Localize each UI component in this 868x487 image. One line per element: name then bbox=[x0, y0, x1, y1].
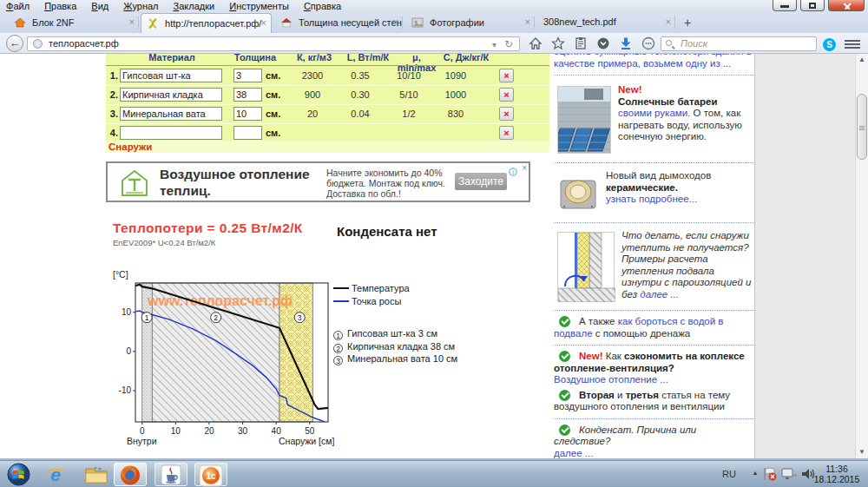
thickness-input-3[interactable] bbox=[233, 107, 262, 121]
pocket-icon[interactable] bbox=[595, 36, 611, 52]
maximize-button[interactable] bbox=[800, 0, 825, 11]
material-name-input-3[interactable] bbox=[120, 107, 222, 121]
chimney-image[interactable] bbox=[557, 172, 599, 214]
material-name-input-4[interactable] bbox=[120, 126, 222, 140]
svg-text:1с: 1с bbox=[206, 471, 216, 481]
material-name-input-1[interactable] bbox=[120, 69, 222, 82]
home-icon[interactable] bbox=[528, 36, 543, 52]
sidebar-item-basement[interactable]: Что делать, если снаружи утеплить не пол… bbox=[554, 228, 754, 305]
material-name-input-2[interactable] bbox=[120, 88, 222, 102]
sidebar-intro-link[interactable]: оценить суммарные теплопотери здания в к… bbox=[554, 54, 754, 69]
skype-icon[interactable]: S bbox=[822, 37, 837, 56]
delete-row-button[interactable]: × bbox=[499, 69, 514, 82]
svg-text:S: S bbox=[826, 40, 832, 49]
menu-bookmarks[interactable]: Закладки bbox=[168, 0, 221, 12]
thickness-input-1[interactable] bbox=[233, 69, 262, 82]
new-badge: New! bbox=[579, 351, 602, 361]
tab-teploraschet[interactable]: http://теплорасчет.рф/ × bbox=[141, 13, 272, 33]
taskbar-firefox-button[interactable] bbox=[114, 463, 147, 486]
tab-close-icon[interactable]: × bbox=[666, 16, 671, 28]
third-article-link[interactable]: третья bbox=[626, 390, 659, 400]
tab-close-icon[interactable]: × bbox=[393, 16, 398, 28]
menu-help[interactable]: Справка bbox=[298, 0, 347, 12]
svg-text:0: 0 bbox=[126, 346, 131, 356]
reload-icon[interactable]: ↻ bbox=[504, 38, 513, 51]
menu-view[interactable]: Вид bbox=[85, 0, 115, 12]
tab-close-icon[interactable]: × bbox=[261, 17, 266, 29]
density-value: 20 bbox=[287, 109, 338, 119]
delete-row-button[interactable]: × bbox=[499, 88, 514, 102]
solar-link[interactable]: своими руками. bbox=[618, 108, 690, 118]
tab-close-icon[interactable]: × bbox=[129, 16, 135, 28]
sidebar-item-chimney[interactable]: Новый вид дымоходов керамические. узнать… bbox=[554, 168, 754, 217]
download-icon[interactable] bbox=[618, 36, 634, 52]
solar-panel-image[interactable] bbox=[557, 86, 611, 154]
menu-history[interactable]: Журнал bbox=[117, 0, 164, 12]
adchoices-icon[interactable]: i bbox=[509, 164, 517, 180]
tab-photos[interactable]: Фотографии × bbox=[406, 13, 535, 33]
basement-diagram-image[interactable] bbox=[557, 232, 615, 301]
sidebar-check-drainage[interactable]: А также как бороться с водой в подвале с… bbox=[554, 316, 754, 339]
ad-close-icon[interactable]: × bbox=[522, 163, 527, 173]
tab-blok2nf[interactable]: Блок 2NF × bbox=[9, 13, 139, 33]
tab-close-icon[interactable]: × bbox=[525, 16, 530, 28]
tray-expand-icon[interactable]: ▴ bbox=[753, 469, 757, 477]
window-controls bbox=[772, 0, 865, 12]
condensate-more-link[interactable]: далее ... bbox=[554, 448, 593, 458]
taskbar-java-button[interactable] bbox=[155, 463, 187, 486]
delete-row-button[interactable]: × bbox=[499, 107, 514, 121]
url-bar[interactable]: теплорасчет.рф ▾ ↻ bbox=[27, 36, 520, 51]
url-dropdown-icon[interactable]: ▾ bbox=[492, 38, 496, 51]
basement-link[interactable]: далее ... bbox=[640, 289, 679, 299]
temperature-line-swatch bbox=[333, 287, 349, 289]
sidebar-check-condensate[interactable]: Конденсат. Причина или следствие? далее … bbox=[554, 424, 754, 459]
delete-row-button[interactable]: × bbox=[499, 126, 514, 140]
minimize-button[interactable] bbox=[773, 0, 797, 11]
taskbar-1c-button[interactable]: 1с bbox=[194, 463, 227, 486]
network-icon[interactable] bbox=[781, 468, 797, 483]
new-tab-button[interactable]: + bbox=[679, 16, 696, 30]
svg-text:50: 50 bbox=[305, 426, 315, 436]
sidebar-item-solar[interactable]: New! Солнечные батареи своими руками. О … bbox=[554, 81, 754, 157]
ad-visit-button[interactable]: Заходите bbox=[455, 173, 507, 190]
thickness-input-4[interactable] bbox=[233, 126, 262, 140]
second-article-link[interactable]: Вторая bbox=[579, 390, 615, 400]
ad-banner[interactable]: Воздушное отопление теплиц. Начните экон… bbox=[106, 161, 530, 202]
bookmarks-panel-icon[interactable] bbox=[573, 36, 589, 52]
chat-icon[interactable] bbox=[641, 36, 656, 52]
start-button[interactable] bbox=[7, 463, 30, 487]
screen: Файл Правка Вид Журнал Закладки Инструме… bbox=[0, 0, 868, 487]
action-center-flag-icon[interactable] bbox=[762, 467, 778, 483]
density-value: 2300 bbox=[287, 70, 338, 81]
chimney-link[interactable]: узнать подробнее... bbox=[606, 194, 697, 204]
svg-text:3: 3 bbox=[298, 313, 302, 322]
menu-edit[interactable]: Правка bbox=[38, 0, 82, 12]
scrollbar-thumb[interactable] bbox=[857, 94, 867, 160]
menu-hamburger-icon[interactable] bbox=[845, 38, 860, 50]
thickness-input-2[interactable] bbox=[233, 88, 262, 102]
taskbar-ie-icon[interactable]: e bbox=[45, 464, 66, 487]
sidebar-check-economy[interactable]: New! Как сэкономить на коплексе отоплени… bbox=[554, 351, 754, 386]
material-row-1: 1. см. 2300 0.35 10/10 1090 × bbox=[106, 67, 549, 86]
norm-reference: EnEV2009* U<0,24 Вт/м2/К bbox=[113, 238, 215, 247]
vertical-scrollbar[interactable]: ▲ ▼ bbox=[855, 54, 868, 458]
tab-pdf[interactable]: 308new_tech.pdf × bbox=[538, 13, 675, 33]
scroll-down-icon[interactable]: ▼ bbox=[856, 446, 868, 458]
air-heating-link[interactable]: Воздушное отопление ... bbox=[554, 374, 668, 385]
language-indicator[interactable]: RU bbox=[722, 469, 736, 479]
legend-layer-2: 2Кирпичная кладка 38 см bbox=[333, 340, 485, 353]
sidebar-check-articles[interactable]: Вторая и третья статья на тему воздушног… bbox=[554, 390, 754, 413]
new-badge: New! bbox=[618, 84, 641, 95]
back-button[interactable]: ← bbox=[6, 35, 23, 52]
clock[interactable]: 11:36 18.12.2015 bbox=[808, 464, 865, 484]
scroll-up-icon[interactable]: ▲ bbox=[856, 54, 868, 66]
bookmark-star-icon[interactable] bbox=[550, 36, 566, 52]
search-input[interactable]: Поиск bbox=[661, 36, 817, 51]
col-header-density: К, кг/м3 bbox=[291, 52, 338, 63]
menu-file[interactable]: Файл bbox=[0, 0, 36, 12]
close-button[interactable] bbox=[828, 0, 865, 11]
tab-wall-thickness[interactable]: Толщина несущей стены ... × bbox=[275, 13, 403, 33]
check-icon bbox=[559, 316, 570, 327]
menu-tools[interactable]: Инструменты bbox=[223, 0, 295, 12]
taskbar-explorer-icon[interactable] bbox=[85, 465, 108, 487]
